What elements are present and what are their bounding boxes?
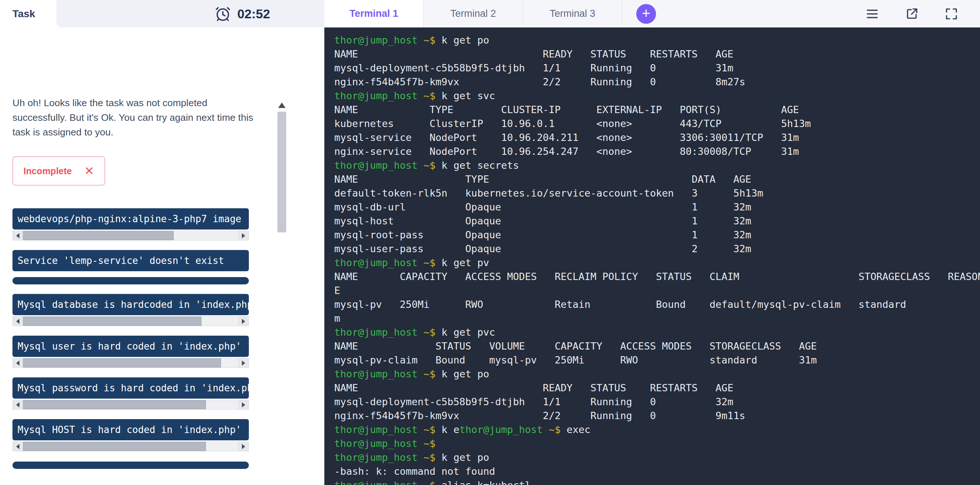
collapsed-scrollbar [13,277,249,284]
tab-terminal-3[interactable]: Terminal 3 [523,0,622,27]
task-header: Task 02:52 [0,0,325,27]
h-scrollbar-thumb[interactable] [23,317,202,326]
timer: 02:52 [215,0,270,27]
task-code-box: Mysql user is hard coded in 'index.php' [13,336,249,357]
tab-terminal-3-label: Terminal 3 [550,8,595,19]
menu-icon[interactable] [865,6,880,21]
scroll-left-arrow-icon[interactable] [13,400,23,409]
h-scrollbar-thumb[interactable] [23,358,221,368]
task-panel-scrollbar[interactable] [277,103,286,485]
terminal-line: thor@jump_host ~$ [334,437,980,450]
terminal-line: mysql-user-pass Opaque 2 32m [334,242,980,256]
h-scrollbar-track[interactable] [23,400,238,409]
terminal-line: mysql-host Opaque 1 32m [334,214,980,228]
task-panel: Task 02:52 Uh oh! Looks like the t [0,0,325,485]
terminal-line: thor@jump_host ~$ k get pv [334,256,980,270]
h-scrollbar-thumb[interactable] [23,442,206,451]
h-scrollbar-track[interactable] [23,442,238,451]
terminal-line: default-token-rlk5n kubernetes.io/servic… [334,186,980,200]
task-content: Uh oh! Looks like the task was not compl… [0,95,325,469]
task-code-box: Mysql HOST is hard coded in 'index.php' [13,419,249,441]
task-item: Mysql user is hard coded in 'index.php' [13,336,249,368]
tab-task[interactable]: Task [0,0,56,27]
task-message: Uh oh! Looks like the task was not compl… [13,95,256,139]
task-item: Mysql database is hardcoded in 'index.ph… [13,294,249,326]
scroll-right-arrow-icon[interactable] [238,358,248,368]
task-code-box: Mysql database is hardcoded in 'index.ph… [13,294,249,315]
h-scrollbar[interactable] [13,316,249,326]
terminal-line: NAME CAPACITY ACCESS MODES RECLAIM POLIC… [334,270,980,284]
tab-terminal-1[interactable]: Terminal 1 [325,0,424,27]
terminal-tabbar: Terminal 1 Terminal 2 Terminal 3 + [325,0,980,27]
h-scrollbar-track[interactable] [23,317,238,326]
task-item: Service 'lemp-service' doesn't exist [13,250,249,284]
scroll-left-arrow-icon[interactable] [13,317,23,326]
v-scrollbar-thumb[interactable] [277,112,286,233]
scroll-right-arrow-icon[interactable] [238,231,248,240]
terminal-line: NAME READY STATUS RESTARTS AGE [334,47,980,61]
scroll-right-arrow-icon[interactable] [238,442,248,451]
h-scrollbar-track[interactable] [23,358,238,368]
tabbar-actions [865,0,980,27]
tab-terminal-1-label: Terminal 1 [349,8,398,19]
terminal-line: thor@jump_host ~$ k get pvc [334,325,980,339]
terminal-line: thor@jump_host ~$ k get po [334,33,980,47]
tab-terminal-2-label: Terminal 2 [450,8,496,19]
terminal-line: mysql-pv-claim Bound mysql-pv 250Mi RWO … [334,353,980,367]
screen: Task 02:52 Uh oh! Looks like the t [0,0,980,485]
h-scrollbar-thumb[interactable] [23,231,174,240]
task-item: Mysql password is hard coded in 'index.p… [13,377,249,410]
terminal-line: mysql-deployment-c5b58b9f5-dtjbh 1/1 Run… [334,61,980,75]
terminal-line: mysql-service NodePort 10.96.204.211 <no… [334,131,980,144]
terminal-line: mysql-pv 250Mi RWO Retain Bound default/… [334,298,980,312]
scroll-left-arrow-icon[interactable] [13,442,23,451]
terminal-line: nginx-f54b45f7b-km9vx 2/2 Running 0 8m27… [334,75,980,89]
status-badge-label: Incomplete [24,166,72,176]
h-scrollbar[interactable] [13,358,249,368]
open-in-new-icon[interactable] [905,6,919,21]
scroll-up-arrow-icon[interactable] [278,103,285,108]
terminal-line: thor@jump_host ~$ k ethor@jump_host ~$ e… [334,423,980,437]
terminal-line: mysql-deployment-c5b58b9f5-dtjbh 1/1 Run… [334,395,980,409]
scroll-left-arrow-icon[interactable] [13,358,23,368]
terminal-line: mysql-root-pass Opaque 1 32m [334,228,980,242]
task-code-box: Mysql password is hard coded in 'index.p… [13,377,249,399]
terminal-line: E [334,284,980,298]
terminal-line: thor@jump_host ~$ k get svc [334,89,980,103]
collapsed-scrollbar [13,461,249,469]
add-terminal-button[interactable]: + [636,4,656,24]
close-icon[interactable]: ✕ [84,165,94,177]
timer-value: 02:52 [237,6,270,21]
terminal-line: thor@jump_host ~$ k get secrets [334,158,980,173]
scroll-left-arrow-icon[interactable] [13,231,23,240]
h-scrollbar[interactable] [13,400,249,410]
h-scrollbar[interactable] [13,441,249,451]
plus-icon: + [642,6,650,21]
scroll-right-arrow-icon[interactable] [238,317,248,326]
terminal-line: nginx-f54b45f7b-km9vx 2/2 Running 0 9m11… [334,409,980,423]
terminal-line: NAME STATUS VOLUME CAPACITY ACCESS MODES… [334,339,980,353]
terminal-output[interactable]: thor@jump_host ~$ k get poNAME READY STA… [325,27,980,485]
terminal-line: m [334,312,980,325]
task-tab-label: Task [13,8,35,20]
task-item: Mysql HOST is hard coded in 'index.php' [13,419,249,469]
tab-terminal-2[interactable]: Terminal 2 [424,0,523,27]
task-code-box: Service 'lemp-service' doesn't exist [13,250,249,271]
task-item: webdevops/php-nginx:alpine-3-php7 image [13,208,249,241]
terminal-line: -bash: k: command not found [334,464,980,479]
status-badge: Incomplete ✕ [13,156,105,185]
terminal-line: NAME TYPE DATA AGE [334,173,980,186]
task-items: webdevops/php-nginx:alpine-3-php7 imageS… [13,208,249,469]
terminal-line: NAME READY STATUS RESTARTS AGE [334,381,980,395]
fullscreen-icon[interactable] [944,6,959,21]
terminal-line: thor@jump_host ~$ alias k=kubectl [334,479,980,485]
terminal-line: NAME TYPE CLUSTER-IP EXTERNAL-IP PORT(S)… [334,103,980,117]
h-scrollbar-track[interactable] [23,231,238,240]
terminal-line: nginx-service NodePort 10.96.254.247 <no… [334,144,980,158]
scroll-right-arrow-icon[interactable] [238,400,248,409]
terminal-line: mysql-db-url Opaque 1 32m [334,200,980,214]
terminal-line: kubernetes ClusterIP 10.96.0.1 <none> 44… [334,117,980,131]
h-scrollbar-thumb[interactable] [23,400,206,409]
h-scrollbar[interactable] [13,231,249,241]
terminal-panel: Terminal 1 Terminal 2 Terminal 3 + [325,0,980,485]
